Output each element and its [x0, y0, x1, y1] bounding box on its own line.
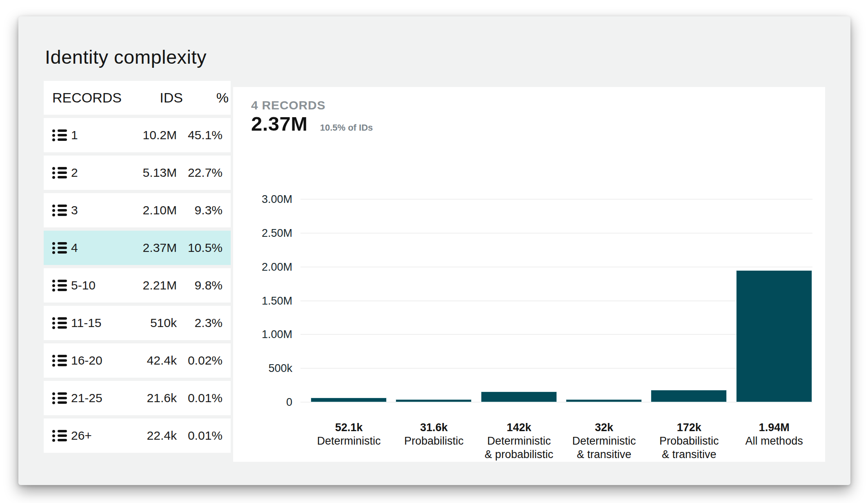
y-axis-tick-1.00M: 1.00M [233, 328, 292, 341]
bar-category-label: Probabilistic [646, 434, 732, 448]
list-icon [52, 430, 67, 441]
ids-cell: 21.6k [116, 391, 177, 405]
y-axis-tick-0: 0 [233, 396, 292, 409]
y-axis-tick-2.50M: 2.50M [233, 227, 292, 239]
list-icon [52, 392, 67, 404]
list-icon [52, 280, 67, 291]
percent-cell: 45.1% [177, 128, 223, 142]
bar-category-label: Deterministic [306, 434, 392, 448]
bar-category-label: Deterministic [476, 434, 562, 448]
percent-cell: 10.5% [177, 241, 223, 255]
records-cell: 1 [71, 128, 116, 142]
gridline-1.00M [300, 334, 812, 335]
column-header-ids: IDS [122, 90, 183, 106]
table-row-records-2[interactable]: 2 5.13M 22.7% [44, 156, 231, 190]
identity-complexity-card: Identity complexity RECORDS IDS % 1 10.2… [18, 16, 850, 485]
percent-cell: 9.8% [177, 278, 223, 292]
card-title: Identity complexity [45, 46, 207, 68]
bar-value-label: 172k [646, 421, 732, 434]
bar-value-label: 142k [476, 421, 562, 434]
records-cell: 4 [71, 241, 116, 255]
table-row-records-11-15[interactable]: 11-15 510k 2.3% [44, 306, 231, 340]
selected-records-eyebrow: 4 RECORDS [251, 98, 325, 112]
ids-cell: 2.10M [116, 203, 177, 217]
ids-cell: 2.21M [116, 278, 177, 292]
ids-cell: 22.4k [116, 429, 177, 443]
bar-category-label: Deterministic [561, 434, 647, 448]
table-row-records-5-10[interactable]: 5-10 2.21M 9.8% [44, 268, 231, 303]
gridline-3.00M [300, 199, 812, 200]
y-axis-tick-500k: 500k [233, 362, 292, 375]
x-axis-label-6: 1.94MAll methods [732, 421, 817, 448]
bar-probabilistic-transitive[interactable] [651, 390, 726, 402]
x-axis-label-4: 32kDeterministic& transitive [561, 421, 647, 461]
ids-cell: 510k [116, 316, 177, 330]
records-cell: 11-15 [71, 316, 116, 330]
table-row-records-1[interactable]: 1 10.2M 45.1% [44, 118, 231, 152]
gridline-500k [300, 368, 812, 369]
bar-category-label: Probabilistic [391, 434, 476, 448]
records-cell: 26+ [71, 429, 116, 443]
y-axis-tick-2.00M: 2.00M [233, 260, 292, 273]
list-icon [52, 167, 67, 178]
table-row-records-21-25[interactable]: 21-25 21.6k 0.01% [44, 381, 231, 415]
percent-cell: 0.02% [177, 354, 223, 367]
table-row-records-26+[interactable]: 26+ 22.4k 0.01% [44, 418, 231, 453]
list-icon [52, 355, 67, 366]
table-row-records-16-20[interactable]: 16-20 42.4k 0.02% [44, 343, 231, 378]
x-axis-label-1: 52.1kDeterministic [306, 421, 392, 448]
table-row-records-4[interactable]: 4 2.37M 10.5% [44, 231, 231, 265]
x-axis-label-5: 172kProbabilistic& transitive [646, 421, 732, 461]
bar-probabilistic[interactable] [396, 400, 471, 402]
records-cell: 3 [71, 203, 116, 217]
ids-cell: 5.13M [116, 166, 177, 180]
ids-cell: 10.2M [116, 128, 177, 142]
list-icon [52, 242, 67, 254]
bar-value-label: 31.6k [391, 421, 476, 434]
table-row-records-3[interactable]: 3 2.10M 9.3% [44, 193, 231, 227]
ids-cell: 2.37M [116, 241, 177, 255]
x-axis-label-3: 142kDeterministic& probabilistic [476, 421, 562, 461]
x-axis-label-2: 31.6kProbabilistic [391, 421, 476, 448]
bar-category-label: & transitive [561, 448, 647, 461]
y-axis-tick-1.50M: 1.50M [233, 294, 292, 307]
table-header-row: RECORDS IDS % [44, 81, 231, 115]
table-body: 1 10.2M 45.1% 2 5.13M 22.7% 3 2.10M 9.3%… [44, 118, 231, 453]
gridline-2.50M [300, 233, 812, 234]
percent-cell: 0.01% [177, 391, 223, 405]
records-table: RECORDS IDS % 1 10.2M 45.1% 2 5.13M 22.7… [44, 81, 231, 453]
records-cell: 5-10 [71, 278, 116, 292]
list-icon [52, 317, 67, 329]
list-icon [52, 205, 67, 216]
list-icon [52, 129, 67, 141]
column-header-records: RECORDS [52, 90, 122, 106]
y-axis-tick-3.00M: 3.00M [233, 193, 292, 206]
bar-category-label: All methods [732, 434, 817, 448]
bar-all-methods[interactable] [737, 271, 812, 402]
percent-cell: 0.01% [177, 429, 223, 443]
records-cell: 16-20 [71, 354, 116, 367]
chart-panel: 4 RECORDS 2.37M 10.5% of IDs 0500k1.00M1… [233, 87, 825, 462]
ids-cell: 42.4k [116, 354, 177, 367]
bar-deterministic-probabilistic[interactable] [481, 392, 556, 402]
percent-cell: 22.7% [177, 166, 223, 180]
gridline-1.50M [300, 300, 812, 301]
bar-value-label: 52.1k [306, 421, 392, 434]
selected-ids-value: 2.37M [251, 112, 308, 135]
page: Identity complexity RECORDS IDS % 1 10.2… [0, 0, 868, 503]
bar-deterministic-transitive[interactable] [566, 400, 641, 402]
records-cell: 2 [71, 166, 116, 180]
selected-ids-percent: 10.5% of IDs [320, 122, 373, 133]
bar-value-label: 32k [561, 421, 647, 434]
column-header-percent: % [183, 90, 229, 106]
bar-value-label: 1.94M [732, 421, 817, 434]
bar-deterministic[interactable] [311, 398, 386, 402]
percent-cell: 9.3% [177, 203, 223, 217]
percent-cell: 2.3% [177, 316, 223, 330]
records-cell: 21-25 [71, 391, 116, 405]
detail-line: 2.37M 10.5% of IDs [251, 112, 373, 135]
gridline-2.00M [300, 267, 812, 267]
gridline-0 [300, 402, 812, 403]
bar-category-label: & transitive [646, 448, 732, 461]
bar-category-label: & probabilistic [476, 448, 562, 461]
